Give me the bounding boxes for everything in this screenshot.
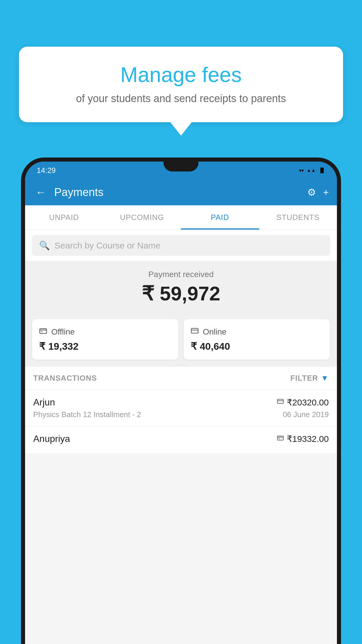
transaction-payment-icon-0: [277, 398, 284, 407]
add-icon[interactable]: +: [323, 187, 329, 198]
payment-received-label: Payment received: [32, 270, 330, 279]
back-button[interactable]: ←: [33, 184, 48, 201]
app-bar: ← Payments ⚙ +: [25, 179, 337, 205]
svg-rect-7: [277, 436, 283, 440]
tab-paid[interactable]: PAID: [181, 205, 259, 230]
transaction-row1-0: Arjun ₹20320.00: [33, 397, 329, 408]
svg-rect-5: [277, 399, 283, 403]
signal-icon: ▲▲: [307, 168, 316, 173]
payment-total-amount: ₹ 59,972: [32, 282, 330, 305]
transaction-date-0: 06 June 2019: [283, 410, 329, 419]
app-bar-actions: ⚙ +: [307, 186, 329, 198]
phone-notch: [164, 162, 198, 172]
transaction-payment-icon-1: [277, 434, 284, 443]
transaction-item-1[interactable]: Anupriya ₹19332.00: [25, 426, 337, 454]
offline-card-header: Offline: [39, 327, 171, 337]
offline-card: Offline ₹ 19,332: [32, 319, 178, 360]
battery-icon: ▐▌: [319, 168, 325, 173]
wifi-icon: ▾▾: [299, 168, 304, 173]
transaction-amount-wrap-1: ₹19332.00: [277, 434, 329, 444]
transaction-amount-1: ₹19332.00: [287, 434, 329, 444]
tab-upcoming[interactable]: UPCOMING: [103, 205, 181, 230]
tab-unpaid[interactable]: UNPAID: [25, 205, 103, 230]
offline-amount: ₹ 19,332: [39, 340, 171, 352]
transactions-label: TRANSACTIONS: [33, 374, 97, 383]
transaction-amount-wrap-0: ₹20320.00: [277, 397, 329, 407]
search-container: 🔍 Search by Course or Name: [25, 230, 337, 261]
search-icon: 🔍: [39, 240, 50, 251]
filter-button[interactable]: FILTER ▼: [290, 374, 329, 383]
search-input[interactable]: Search by Course or Name: [55, 241, 161, 251]
speech-bubble: Manage fees of your students and send re…: [19, 47, 343, 122]
transaction-item-0[interactable]: Arjun ₹20320.00 Physics Batch 12 Install…: [25, 390, 337, 426]
filter-icon: ▼: [321, 374, 329, 383]
tabs: UNPAID UPCOMING PAID STUDENTS: [25, 205, 337, 230]
online-type: Online: [203, 327, 226, 337]
payment-received-section: Payment received ₹ 59,972: [25, 261, 337, 319]
status-time: 14:29: [37, 166, 56, 175]
settings-icon[interactable]: ⚙: [307, 186, 316, 198]
transaction-name-0: Arjun: [33, 397, 55, 408]
svg-rect-3: [191, 328, 198, 333]
bubble-subtitle: of your students and send receipts to pa…: [36, 92, 326, 105]
page-title: Payments: [54, 186, 301, 199]
transaction-amount-0: ₹20320.00: [287, 397, 329, 407]
online-card-header: Online: [191, 327, 323, 337]
status-icons: ▾▾ ▲▲ ▐▌: [299, 168, 325, 173]
transaction-desc-0: Physics Batch 12 Installment - 2: [33, 410, 141, 419]
phone-screen: 14:29 ▾▾ ▲▲ ▐▌ ← Payments ⚙ + UNPAID UPC…: [25, 162, 337, 644]
payment-cards: Offline ₹ 19,332 Online ₹ 40,640: [25, 319, 337, 367]
phone-frame: 14:29 ▾▾ ▲▲ ▐▌ ← Payments ⚙ + UNPAID UPC…: [21, 158, 341, 644]
online-icon: [191, 327, 199, 337]
offline-icon: [39, 327, 47, 337]
svg-rect-0: [40, 329, 46, 333]
bubble-title: Manage fees: [36, 63, 326, 87]
search-box[interactable]: 🔍 Search by Course or Name: [32, 235, 330, 256]
tab-students[interactable]: STUDENTS: [259, 205, 337, 230]
filter-label: FILTER: [290, 374, 318, 383]
transaction-row1-1: Anupriya ₹19332.00: [33, 433, 329, 444]
transaction-row2-0: Physics Batch 12 Installment - 2 06 June…: [33, 410, 329, 419]
transactions-header: TRANSACTIONS FILTER ▼: [25, 367, 337, 390]
offline-type: Offline: [51, 327, 75, 337]
online-amount: ₹ 40,640: [191, 340, 323, 352]
online-card: Online ₹ 40,640: [184, 319, 330, 360]
transaction-name-1: Anupriya: [33, 433, 70, 444]
